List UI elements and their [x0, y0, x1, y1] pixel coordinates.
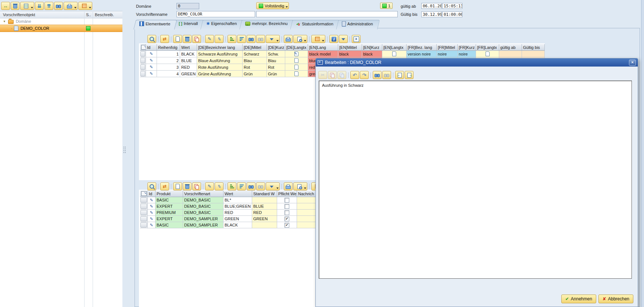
tab-eigenschaften[interactable]: Eigenschaften — [200, 20, 241, 29]
row-select-button[interactable] — [140, 204, 147, 209]
filter-button[interactable] — [339, 35, 348, 43]
checkbox[interactable] — [285, 217, 289, 221]
print-preview-button[interactable] — [293, 35, 307, 43]
sort-ascending-button[interactable] — [228, 182, 236, 190]
column-header-gueltig_bis[interactable]: Gültig bis — [522, 44, 545, 51]
find-button[interactable] — [247, 35, 255, 43]
cell-de_kurz[interactable]: Schw. — [267, 51, 285, 57]
cell-id[interactable] — [146, 64, 157, 71]
find-button[interactable] — [247, 182, 255, 190]
cell-id[interactable] — [146, 51, 157, 57]
column-header-fr_mittel[interactable]: [FR]Mittel — [437, 44, 458, 51]
cell-pflicht_wert[interactable] — [277, 222, 297, 228]
tab-intervall[interactable]: Intervall — [173, 20, 202, 29]
status-count-badge[interactable]: 1 — [380, 3, 393, 9]
cell-wert[interactable]: RED — [180, 64, 197, 71]
set-filter-button[interactable] — [266, 35, 280, 43]
cell-wert[interactable]: BLACK — [180, 51, 197, 57]
cell-sel[interactable] — [140, 210, 148, 216]
longtext-editor[interactable]: Ausführung in Schwarz — [319, 81, 632, 279]
checkbox[interactable] — [285, 223, 289, 228]
cell-wert[interactable]: GREEN — [180, 71, 197, 77]
copy-row-button[interactable] — [192, 35, 201, 43]
show-details-button[interactable] — [147, 35, 156, 43]
domaene-field[interactable]: 0 — [176, 3, 199, 9]
cell-sel[interactable] — [140, 197, 148, 203]
find-button[interactable] — [54, 2, 63, 10]
annehmen-button[interactable]: Annehmen — [561, 294, 596, 303]
sort-descending-button[interactable] — [237, 182, 246, 190]
collapse-all-button[interactable] — [44, 2, 53, 10]
cell-vorschriftenart[interactable]: DEMO_BASIC — [183, 197, 223, 203]
find-button[interactable] — [373, 71, 382, 79]
row-select-button[interactable] — [140, 58, 145, 63]
cell-de_mittel[interactable]: Grün — [243, 71, 267, 77]
cell-de_bezeichner_lang[interactable]: Rote Ausführung — [197, 64, 243, 71]
edit-button[interactable] — [205, 35, 214, 43]
find-next-button[interactable] — [256, 182, 265, 190]
cell-pflicht_wert[interactable] — [277, 210, 297, 216]
row-select-button[interactable] — [140, 71, 145, 76]
print-button[interactable] — [64, 2, 78, 10]
print-button[interactable] — [284, 35, 293, 43]
column-header-id[interactable]: Id — [146, 44, 157, 51]
cell-standard_wert[interactable]: BLUE — [252, 203, 277, 210]
cell-sel[interactable] — [140, 203, 148, 210]
cell-id[interactable] — [148, 222, 155, 228]
cell-sel[interactable] — [140, 51, 146, 57]
cell-en_mittel[interactable]: black — [338, 51, 362, 57]
column-width-button[interactable] — [1, 2, 10, 10]
row-select-button[interactable] — [140, 51, 145, 57]
column-header-beschreibung[interactable]: Beschreib. — [95, 13, 114, 17]
cell-sel[interactable] — [140, 64, 146, 71]
column-header-de_kurz[interactable]: [DE]Kurz — [267, 44, 285, 51]
column-header-fr_langtx[interactable]: [FR]Langtx — [476, 44, 499, 51]
column-header-en_langtx[interactable]: [EN]Langtx — [382, 44, 407, 51]
row-select-button[interactable] — [140, 64, 145, 70]
show-details-button[interactable] — [147, 182, 156, 190]
column-header-fr_kurz[interactable]: [FR]Kurz — [458, 44, 476, 51]
cell-de_mittel[interactable]: Schwarz — [243, 51, 267, 57]
edit-button[interactable] — [205, 182, 214, 190]
expand-all-button[interactable] — [35, 2, 44, 10]
cell-vorschriftenart[interactable]: DEMO_BASIC — [183, 210, 223, 216]
cell-en_lang[interactable]: black model — [308, 51, 338, 57]
dialog-title-bar[interactable]: Bearbeiten : DEMO_COLOR × — [316, 58, 638, 67]
cell-en_langtx[interactable] — [382, 51, 407, 57]
expander-icon[interactable]: ▼ — [3, 20, 6, 23]
cell-wert[interactable]: BLACK — [223, 222, 252, 228]
splitter-grip[interactable] — [124, 147, 124, 147]
refresh-button[interactable] — [160, 35, 169, 43]
redo-button[interactable] — [360, 71, 369, 79]
column-header-gueltig_ab[interactable]: gültig ab — [499, 44, 522, 51]
cell-standard_wert[interactable]: RED — [252, 210, 277, 216]
cell-de_kurz[interactable]: Grün — [267, 71, 285, 77]
table-settings-button[interactable] — [78, 2, 92, 10]
cell-de_mittel[interactable]: Rot — [243, 64, 267, 71]
cell-id[interactable] — [146, 57, 157, 64]
description-field[interactable] — [256, 11, 398, 17]
cell-de_langtx[interactable] — [285, 51, 308, 57]
vorschriftenname-field[interactable]: DEMO_COLOR — [176, 11, 255, 17]
column-header-vorschriftenart[interactable]: Vorschriftenart — [183, 190, 223, 197]
tree-node-domaene[interactable]: ▼ Domäne — [0, 18, 122, 25]
cell-de_langtx[interactable] — [285, 64, 308, 71]
sort-descending-button[interactable] — [237, 35, 246, 43]
cell-pflicht_wert[interactable] — [277, 203, 297, 210]
cell-id[interactable] — [148, 203, 155, 210]
window-scrollbar[interactable] — [641, 0, 644, 307]
export-text-button[interactable] — [405, 71, 414, 79]
column-header-en_lang[interactable]: [EN]Lang — [308, 44, 338, 51]
gueltig-bis-date-field[interactable]: 30.12.9999 — [421, 11, 442, 17]
cut-button[interactable] — [318, 71, 327, 79]
column-header-en_mittel[interactable]: [EN]Mittel — [338, 44, 362, 51]
print-preview-button[interactable] — [293, 182, 307, 190]
cell-en_kurz[interactable]: black — [362, 51, 382, 57]
gueltig-bis-time-field[interactable]: 01:00:00 — [442, 11, 462, 17]
column-header-de_bezeichner_lang[interactable]: [DE]Bezeichner lang — [197, 44, 243, 51]
cell-de_bezeichner_lang[interactable]: Blaue Ausführung — [197, 57, 243, 64]
close-icon[interactable]: × — [629, 60, 636, 66]
cell-de_langtx[interactable] — [285, 71, 308, 77]
cell-id[interactable] — [146, 71, 157, 77]
gueltig-ab-time-field[interactable]: 15:05:13 — [442, 3, 462, 9]
